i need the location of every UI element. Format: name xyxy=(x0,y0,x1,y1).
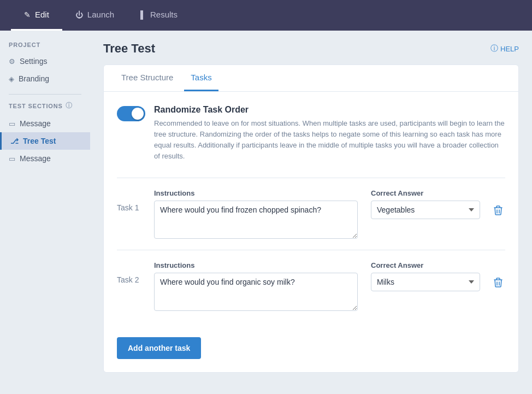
sidebar-message1-label: Message xyxy=(20,119,51,128)
sidebar-settings-label: Settings xyxy=(20,57,48,66)
help-circle-icon: ⓘ xyxy=(66,101,73,110)
sidebar-divider xyxy=(9,94,81,95)
sidebar-item-message1[interactable]: ▭ Message xyxy=(0,115,90,132)
content-area: Tree Test ⓘ HELP Tree Structure Tasks xyxy=(90,31,532,394)
nav-edit-label: Edit xyxy=(35,10,49,19)
task-1-instructions-label: Instructions xyxy=(154,189,358,197)
randomize-title: Randomize Task Order xyxy=(154,105,505,115)
add-task-container: Add another task xyxy=(117,322,505,359)
test-sections-label: TEST SECTIONS ⓘ xyxy=(0,101,90,115)
tab-tree-structure[interactable]: Tree Structure xyxy=(115,65,180,91)
task-1-answer-group: Correct Answer Vegetables Dairy Bakery M… xyxy=(371,189,480,219)
results-icon: ▌ xyxy=(140,10,146,19)
toggle-thumb xyxy=(132,108,144,120)
task-1-row: Task 1 Instructions Where would you find… xyxy=(117,189,505,239)
task-2-instructions-label: Instructions xyxy=(154,261,358,269)
nav-results-label: Results xyxy=(150,10,178,19)
nav-edit[interactable]: ✎ Edit xyxy=(11,0,62,31)
sidebar-tree-test-label: Tree Test xyxy=(23,137,56,145)
card-body: Randomize Task Order Recommended to leav… xyxy=(104,92,518,372)
sidebar-item-settings[interactable]: ⚙ Settings xyxy=(0,52,90,70)
nav-results[interactable]: ▌ Results xyxy=(127,0,191,31)
task-1-delete-button[interactable] xyxy=(491,203,505,220)
task-2-textarea[interactable]: Where would you find organic soy milk? xyxy=(154,273,358,311)
task-2-answer-group: Correct Answer Vegetables Dairy Bakery M… xyxy=(371,261,480,291)
toggle-track[interactable] xyxy=(117,106,145,121)
randomize-row: Randomize Task Order Recommended to leav… xyxy=(117,105,505,162)
page-title: Tree Test xyxy=(103,42,155,56)
trash-icon xyxy=(493,278,503,287)
task-1-textarea[interactable]: Where would you find frozen chopped spin… xyxy=(154,201,358,239)
task-2-answer-select[interactable]: Vegetables Dairy Bakery Milks Produce xyxy=(371,273,480,291)
branding-icon: ◈ xyxy=(9,75,14,83)
help-circle-icon: ⓘ xyxy=(490,44,498,54)
task-1-fields: Instructions Where would you find frozen… xyxy=(154,189,480,239)
task-1-section: Task 1 Instructions Where would you find… xyxy=(117,178,505,250)
randomize-toggle[interactable] xyxy=(117,106,145,121)
task-1-label: Task 1 xyxy=(117,189,143,212)
task-2-row: Task 2 Instructions Where would you find… xyxy=(117,261,505,311)
message2-icon: ▭ xyxy=(9,155,15,163)
message1-icon: ▭ xyxy=(9,120,15,128)
tab-bar: Tree Structure Tasks xyxy=(104,65,518,92)
sidebar-item-tree-test[interactable]: ⎇ Tree Test xyxy=(0,132,90,150)
task-2-fields: Instructions Where would you find organi… xyxy=(154,261,480,311)
task-1-instructions-group: Instructions Where would you find frozen… xyxy=(154,189,358,239)
top-nav: ✎ Edit ⏻ Launch ▌ Results xyxy=(0,0,532,31)
nav-launch[interactable]: ⏻ Launch xyxy=(62,0,127,31)
task-2-instructions-group: Instructions Where would you find organi… xyxy=(154,261,358,311)
trash-icon xyxy=(493,205,503,215)
sidebar-item-message2[interactable]: ▭ Message xyxy=(0,150,90,167)
task-2-label: Task 2 xyxy=(117,261,143,284)
add-task-button[interactable]: Add another task xyxy=(117,337,201,359)
main-card: Tree Structure Tasks Randomize Task xyxy=(103,64,519,373)
task-2-answer-label: Correct Answer xyxy=(371,261,480,269)
task-1-answer-label: Correct Answer xyxy=(371,189,480,197)
edit-icon: ✎ xyxy=(24,10,31,19)
tree-test-icon: ⎇ xyxy=(10,137,19,145)
nav-launch-label: Launch xyxy=(87,10,114,19)
settings-icon: ⚙ xyxy=(9,57,15,66)
randomize-desc: Recommended to leave on for most situati… xyxy=(154,118,505,162)
help-label: HELP xyxy=(500,45,519,53)
randomize-content: Randomize Task Order Recommended to leav… xyxy=(154,105,505,162)
launch-icon: ⏻ xyxy=(75,10,83,19)
project-section-label: PROJECT xyxy=(0,42,90,52)
sidebar-message2-label: Message xyxy=(20,154,51,163)
task-1-answer-select[interactable]: Vegetables Dairy Bakery Milks Produce xyxy=(371,201,480,219)
tab-tasks[interactable]: Tasks xyxy=(184,65,218,91)
task-2-section: Task 2 Instructions Where would you find… xyxy=(117,250,505,322)
page-header: Tree Test ⓘ HELP xyxy=(103,42,519,56)
sidebar: PROJECT ⚙ Settings ◈ Branding TEST SECTI… xyxy=(0,31,90,394)
sidebar-item-branding[interactable]: ◈ Branding xyxy=(0,70,90,87)
sidebar-branding-label: Branding xyxy=(19,74,49,83)
help-link[interactable]: ⓘ HELP xyxy=(490,44,519,54)
task-2-delete-button[interactable] xyxy=(491,275,505,292)
